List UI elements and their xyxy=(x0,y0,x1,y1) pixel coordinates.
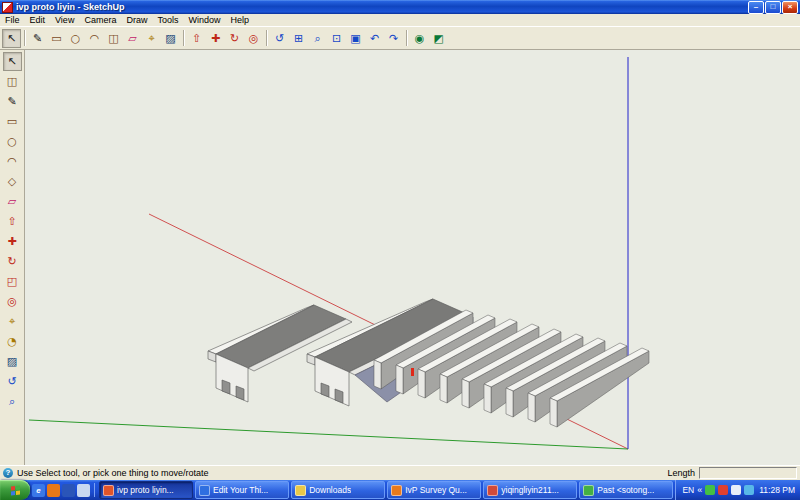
zoom-window-tool-button[interactable]: ⊡ xyxy=(327,29,346,48)
network-tray-icon[interactable] xyxy=(744,485,754,495)
walk-tool-button[interactable]: ◩ xyxy=(429,29,448,48)
move-tool-button[interactable]: ✚ xyxy=(3,232,22,251)
menu-tools[interactable]: Tools xyxy=(152,15,183,25)
clock[interactable]: 11:28 PM xyxy=(759,485,795,495)
previous-view-button[interactable]: ↶ xyxy=(365,29,384,48)
task-edit-your-thing[interactable]: Edit Your Thi... xyxy=(195,481,289,499)
menu-camera[interactable]: Camera xyxy=(79,15,121,25)
move-tool-button[interactable]: ✚ xyxy=(206,29,225,48)
protractor-tool-button[interactable]: ◔ xyxy=(3,332,22,351)
toolbar-separator xyxy=(266,30,267,46)
rectangle-tool-button[interactable]: ▭ xyxy=(47,29,66,48)
menu-bar: File Edit View Camera Draw Tools Window … xyxy=(0,14,800,27)
task-downloads[interactable]: Downloads xyxy=(291,481,385,499)
eraser-tool-button[interactable]: ▱ xyxy=(3,192,22,211)
polygon-tool-button[interactable]: ◇ xyxy=(3,172,22,191)
model-canvas[interactable] xyxy=(25,50,800,465)
line-tool-button[interactable]: ✎ xyxy=(3,92,22,111)
make-component-button[interactable]: ◫ xyxy=(3,72,22,91)
offset-tool-button[interactable]: ◎ xyxy=(3,292,22,311)
menu-help[interactable]: Help xyxy=(225,15,254,25)
screen: ivp proto liyin - SketchUp – □ × File Ed… xyxy=(0,0,800,500)
start-button[interactable] xyxy=(0,480,30,500)
instructor-icon[interactable]: ? xyxy=(3,468,13,478)
menu-window[interactable]: Window xyxy=(183,15,225,25)
messenger-task-icon xyxy=(583,485,594,496)
sketchup-task-icon xyxy=(103,485,114,496)
select-tool-button[interactable]: ↖ xyxy=(2,29,21,48)
window-controls: – □ × xyxy=(748,1,798,14)
messenger-tray-icon[interactable] xyxy=(705,485,715,495)
window-title: ivp proto liyin - SketchUp xyxy=(16,2,748,12)
rib-front[interactable] xyxy=(506,388,513,417)
menu-draw[interactable]: Draw xyxy=(121,15,152,25)
zoom-tool-button[interactable]: ⌕ xyxy=(3,392,22,411)
rib-front[interactable] xyxy=(462,379,469,408)
menu-file[interactable]: File xyxy=(0,15,25,25)
make-component-button[interactable]: ◫ xyxy=(104,29,123,48)
rib-front[interactable] xyxy=(418,369,425,398)
rotate-tool-button[interactable]: ↻ xyxy=(3,252,22,271)
arc-tool-button[interactable]: ◠ xyxy=(3,152,22,171)
tape-measure-tool-button[interactable]: ⌖ xyxy=(142,29,161,48)
orbit-tool-button[interactable]: ↺ xyxy=(270,29,289,48)
outlook-icon[interactable] xyxy=(62,484,75,497)
task-yiqingliyin[interactable]: yiqingliyin211... xyxy=(483,481,577,499)
task-label: Past <sotong... xyxy=(597,485,654,495)
language-indicator[interactable]: EN xyxy=(682,485,694,495)
select-tool-button[interactable]: ↖ xyxy=(3,52,22,71)
rib-front[interactable] xyxy=(550,398,557,427)
position-camera-tool-button[interactable]: ◉ xyxy=(410,29,429,48)
system-tray: EN « 11:28 PM xyxy=(675,480,800,500)
task-label: Downloads xyxy=(309,485,351,495)
measurement-input[interactable] xyxy=(699,467,797,479)
viewport[interactable] xyxy=(25,50,800,465)
measurement-label: Length xyxy=(667,468,695,478)
paint-bucket-tool-button[interactable]: ▨ xyxy=(3,352,22,371)
rib-front[interactable] xyxy=(396,365,403,394)
title-bar: ivp proto liyin - SketchUp – □ × xyxy=(0,0,800,14)
circle-tool-button[interactable]: ○ xyxy=(66,29,85,48)
zoom-tool-button[interactable]: ⌕ xyxy=(308,29,327,48)
minimize-button[interactable]: – xyxy=(748,1,764,14)
offset-tool-button[interactable]: ◎ xyxy=(244,29,263,48)
show-desktop-icon[interactable] xyxy=(77,484,90,497)
pan-tool-button[interactable]: ⊞ xyxy=(289,29,308,48)
browser-task-icon xyxy=(199,485,210,496)
rib-front[interactable] xyxy=(440,374,447,403)
rib-front[interactable] xyxy=(528,393,535,422)
orbit-tool-button[interactable]: ↺ xyxy=(3,372,22,391)
task-ivp-survey[interactable]: IvP Survey Qu... xyxy=(387,481,481,499)
push-pull-tool-button[interactable]: ⇧ xyxy=(187,29,206,48)
task-past-sotong[interactable]: Past <sotong... xyxy=(579,481,673,499)
maximize-button[interactable]: □ xyxy=(765,1,781,14)
rib-front[interactable] xyxy=(484,384,491,413)
paint-bucket-tool-button[interactable]: ▨ xyxy=(161,29,180,48)
task-sketchup[interactable]: ivp proto liyin... xyxy=(99,481,193,499)
internet-explorer-icon[interactable]: e xyxy=(32,484,45,497)
volume-tray-icon[interactable] xyxy=(731,485,741,495)
circle-tool-button[interactable]: ○ xyxy=(3,132,22,151)
scale-tool-button[interactable]: ◰ xyxy=(3,272,22,291)
antivirus-tray-icon[interactable] xyxy=(718,485,728,495)
rotate-tool-button[interactable]: ↻ xyxy=(225,29,244,48)
push-pull-tool-button[interactable]: ⇧ xyxy=(3,212,22,231)
arc-tool-button[interactable]: ◠ xyxy=(85,29,104,48)
rectangle-tool-button[interactable]: ▭ xyxy=(3,112,22,131)
task-label: IvP Survey Qu... xyxy=(405,485,467,495)
hide-icons-chevron[interactable]: « xyxy=(697,485,702,495)
task-label: yiqingliyin211... xyxy=(501,485,559,495)
eraser-tool-button[interactable]: ▱ xyxy=(123,29,142,48)
task-label: ivp proto liyin... xyxy=(117,485,174,495)
folder-task-icon xyxy=(295,485,306,496)
line-tool-button[interactable]: ✎ xyxy=(28,29,47,48)
menu-edit[interactable]: Edit xyxy=(25,15,51,25)
zoom-extents-tool-button[interactable]: ▣ xyxy=(346,29,365,48)
menu-view[interactable]: View xyxy=(50,15,79,25)
tape-measure-tool-button[interactable]: ⌖ xyxy=(3,312,22,331)
rib-front[interactable] xyxy=(374,360,381,389)
next-view-button[interactable]: ↷ xyxy=(384,29,403,48)
toolbar-separator xyxy=(406,30,407,46)
close-button[interactable]: × xyxy=(782,1,798,14)
firefox-icon[interactable] xyxy=(47,484,60,497)
